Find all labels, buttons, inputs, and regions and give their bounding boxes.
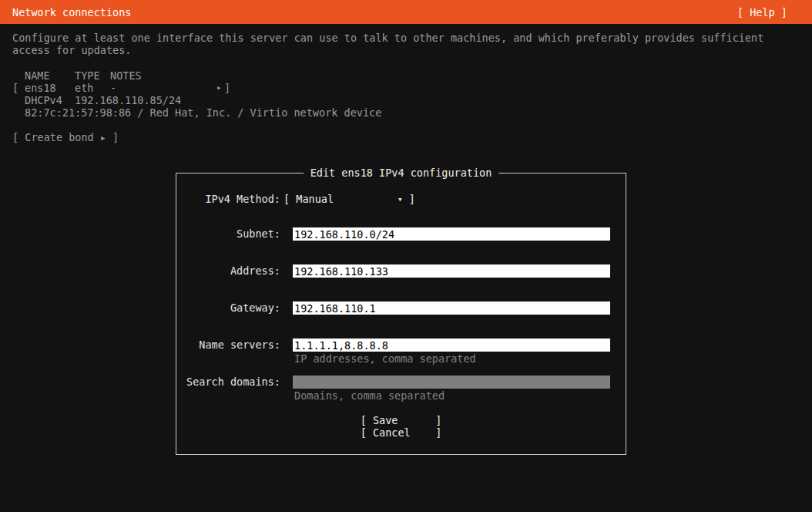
column-header-type: TYPE xyxy=(75,69,100,82)
edit-ipv4-dialog: Edit ens18 IPv4 configuration IPv4 Metho… xyxy=(176,173,626,455)
name-servers-helper: IP addresses, comma separated xyxy=(294,352,476,365)
save-button[interactable]: [ Save ] xyxy=(176,414,626,426)
ipv4-method-select[interactable]: [ Manual ▾ ] xyxy=(284,193,415,206)
interface-type: eth xyxy=(75,82,93,94)
intro-line-1: Configure at least one interface this se… xyxy=(12,32,763,44)
name-servers-input[interactable] xyxy=(293,339,610,352)
ipv4-method-value: [ Manual xyxy=(284,193,334,206)
ipv4-method-row: IPv4 Method: [ Manual ▾ ] xyxy=(176,193,626,206)
top-bar: Network connections [ Help ] xyxy=(0,0,812,24)
intro-line-2: access for updates. xyxy=(12,44,131,56)
interface-name: ens18 xyxy=(25,82,56,94)
chevron-down-icon: ▾ xyxy=(398,193,403,206)
search-domains-helper: Domains, comma separated xyxy=(294,389,445,403)
row-open-bracket: [ xyxy=(12,82,18,94)
page-title: Network connections xyxy=(12,6,131,19)
column-header-name: NAME xyxy=(25,69,50,82)
search-domains-label: Search domains: xyxy=(176,376,280,389)
row-close-bracket: ] xyxy=(224,82,230,94)
subnet-input[interactable] xyxy=(293,227,610,241)
hardware-info: 82:7c:21:57:98:86 / Red Hat, Inc. / Virt… xyxy=(25,106,381,119)
ipv4-method-label: IPv4 Method: xyxy=(176,193,280,206)
gateway-row: Gateway: xyxy=(176,301,626,315)
gateway-input[interactable] xyxy=(293,301,610,315)
dialog-title: Edit ens18 IPv4 configuration xyxy=(304,167,499,180)
name-servers-row: Name servers: xyxy=(176,339,626,352)
interface-notes: - xyxy=(110,82,116,94)
subnet-row: Subnet: xyxy=(176,227,626,241)
search-domains-input[interactable] xyxy=(293,376,610,389)
name-servers-helper-row: IP addresses, comma separated xyxy=(176,352,626,365)
search-domains-row: Search domains: xyxy=(176,376,626,389)
search-domains-helper-row: Domains, comma separated xyxy=(176,389,626,403)
address-row: Address: xyxy=(176,264,626,278)
subnet-label: Subnet: xyxy=(176,227,280,241)
installer-screen: Network connections [ Help ] Configure a… xyxy=(0,0,812,512)
address-label: Address: xyxy=(176,264,280,278)
address-input[interactable] xyxy=(293,264,610,278)
name-servers-label: Name servers: xyxy=(176,339,280,352)
ipv4-method-close-bracket: ] xyxy=(403,193,415,206)
cancel-button[interactable]: [ Cancel ] xyxy=(176,426,626,439)
dhcp-address: 192.168.110.85/24 xyxy=(75,94,181,106)
chevron-right-icon: ▸ xyxy=(216,82,222,94)
create-bond-button[interactable]: [ Create bond ▸ ] xyxy=(12,131,119,143)
gateway-label: Gateway: xyxy=(176,301,280,315)
column-header-notes: NOTES xyxy=(110,69,142,82)
help-button[interactable]: [ Help ] xyxy=(737,6,787,19)
dhcp-label: DHCPv4 xyxy=(25,94,62,106)
